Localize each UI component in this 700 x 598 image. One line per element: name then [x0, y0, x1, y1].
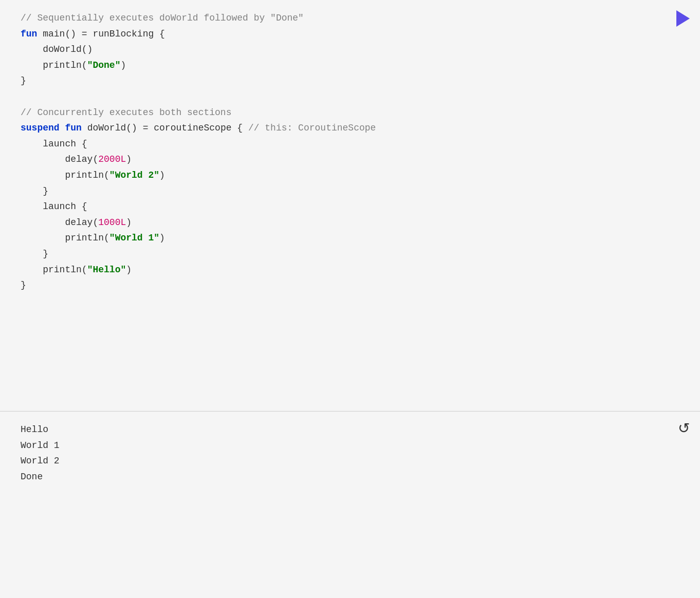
- code-block: // Sequentially executes doWorld followe…: [21, 10, 679, 293]
- keyword-fun: fun: [21, 29, 37, 39]
- string-done: "Done": [87, 60, 121, 70]
- delay2000-line: delay(2000L): [21, 152, 679, 167]
- string-world1: "World 1": [109, 233, 159, 243]
- println-done-line: println("Done"): [21, 58, 679, 73]
- close-main-line: }: [21, 73, 679, 89]
- close-doworld-line: }: [21, 277, 679, 293]
- keyword-suspend: suspend: [21, 123, 60, 133]
- close-launch1-line: }: [21, 183, 679, 199]
- code-section: // Sequentially executes doWorld followe…: [0, 0, 700, 411]
- comment-text-1: // Sequentially executes doWorld followe…: [21, 13, 304, 23]
- output-line-world1: World 1: [21, 438, 679, 454]
- close-launch2-line: }: [21, 246, 679, 262]
- reset-icon: ↺: [678, 420, 690, 436]
- comment-line-2: // Concurrently executes both sections: [21, 105, 679, 121]
- comment-line-1: // Sequentially executes doWorld followe…: [21, 10, 679, 26]
- comment-text-2: // Concurrently executes both sections: [21, 107, 231, 118]
- run-icon: [676, 10, 690, 27]
- output-block: Hello World 1 World 2 Done: [21, 422, 679, 484]
- number-1000: 1000L: [98, 217, 126, 228]
- output-section: ↺ Hello World 1 World 2 Done: [0, 412, 700, 495]
- reset-button[interactable]: ↺: [678, 420, 690, 437]
- println-world1-line: println("World 1"): [21, 230, 679, 246]
- string-world2: "World 2": [109, 170, 159, 180]
- blank-line-1: [21, 89, 679, 105]
- number-2000: 2000L: [98, 154, 126, 164]
- output-line-done: Done: [21, 469, 679, 485]
- println-world2-line: println("World 2"): [21, 167, 679, 183]
- launch2-open-line: launch {: [21, 199, 679, 215]
- output-line-hello: Hello: [21, 422, 679, 438]
- comment-scope: // this: CoroutineScope: [248, 123, 376, 133]
- println-hello-line: println("Hello"): [21, 262, 679, 278]
- string-hello: "Hello": [87, 265, 126, 275]
- suspend-fun-line: suspend fun doWorld() = coroutineScope {…: [21, 120, 679, 136]
- doworld-call-line: doWorld(): [21, 42, 679, 58]
- run-button[interactable]: [676, 10, 690, 30]
- output-line-world2: World 2: [21, 453, 679, 469]
- delay1000-line: delay(1000L): [21, 215, 679, 231]
- keyword-fun-2: fun: [65, 123, 81, 133]
- fun-main-line: fun main() = runBlocking {: [21, 26, 679, 42]
- launch1-open-line: launch {: [21, 136, 679, 152]
